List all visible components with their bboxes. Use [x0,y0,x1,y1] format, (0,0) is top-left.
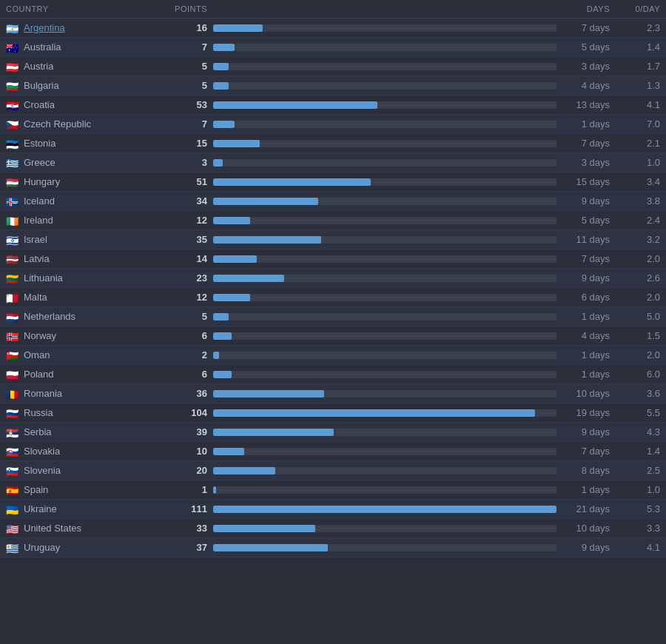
points-cell: 14 [169,253,213,264]
days-cell: 19 days [556,407,616,418]
bar-cell [213,446,556,457]
country-name: Australia [24,41,61,53]
table-row: 🇭🇷 Croatia 53 13 days 4.1 [0,95,666,115]
bar-cell [213,235,556,245]
country-name: Greece [24,157,56,168]
perday-cell: 1.0 [616,157,660,168]
table-row: 🇷🇸 Serbia 39 9 days 4.3 [0,423,666,442]
country-name: Oman [24,349,50,360]
flag-icon: 🇷🇴 [6,389,19,398]
country-cell: 🇮🇸 Iceland [6,195,169,207]
points-cell: 6 [169,369,213,380]
bar-fill [213,390,324,398]
header-country: COUNTRY [6,4,169,13]
flag-icon: 🇭🇷 [6,101,19,110]
table-row: 🇮🇸 Iceland 34 9 days 3.8 [0,192,666,211]
points-cell: 39 [169,426,213,437]
perday-cell: 5.5 [616,407,660,418]
flag-icon: 🇱🇻 [6,255,19,264]
perday-cell: 2.0 [616,253,660,264]
flag-icon: 🇦🇷 [6,24,19,33]
days-cell: 1 days [556,311,616,322]
days-cell: 21 days [556,503,616,514]
points-cell: 36 [169,388,213,399]
bar-background [213,82,556,90]
table-row: 🇮🇪 Ireland 12 5 days 2.4 [0,211,666,230]
country-cell: 🇺🇦 Ukraine [6,503,169,514]
country-name: Croatia [24,99,55,110]
perday-cell: 2.4 [616,215,660,226]
points-cell: 111 [169,503,213,514]
country-name: Israel [24,234,47,245]
perday-cell: 2.6 [616,272,660,284]
points-cell: 6 [169,330,213,341]
points-cell: 12 [169,215,213,226]
country-cell: 🇭🇺 Hungary [6,176,169,187]
table-row: 🇳🇱 Netherlands 5 1 days 5.0 [0,307,666,326]
table-row: 🇪🇸 Spain 1 1 days 1.0 [0,480,666,500]
table-row: 🇬🇷 Greece 3 3 days 1.0 [0,153,666,172]
bar-background [213,294,556,301]
bar-fill [213,24,263,32]
bar-background [213,198,556,205]
header-perday: 0/DAY [616,4,660,13]
points-cell: 3 [169,157,213,168]
points-cell: 1 [169,484,213,495]
flag-icon: 🇳🇱 [6,312,19,321]
country-name: Bulgaria [24,80,59,91]
country-table: COUNTRY POINTS DAYS 0/DAY 🇦🇷 Argentina 1… [0,0,666,557]
days-cell: 7 days [556,22,616,33]
bar-fill [213,198,318,205]
perday-cell: 3.6 [616,388,660,399]
points-cell: 37 [169,542,213,553]
bar-fill [213,294,250,301]
days-cell: 10 days [556,523,616,534]
points-cell: 2 [169,349,213,360]
country-name: Malta [24,292,47,303]
perday-cell: 1.0 [616,484,660,495]
flag-icon: 🇺🇸 [6,524,19,533]
flag-icon: 🇲🇹 [6,293,19,302]
perday-cell: 2.5 [616,465,660,476]
bar-cell [213,292,556,303]
country-name: Ireland [24,215,53,226]
table-row: 🇪🇪 Estonia 15 7 days 2.1 [0,134,666,153]
table-row: 🇦🇷 Argentina 16 7 days 2.3 [0,19,666,38]
days-cell: 3 days [556,61,616,72]
country-name: Slovakia [24,446,60,457]
bar-fill [213,486,216,494]
bar-fill [213,140,260,147]
flag-icon: 🇮🇪 [6,216,19,225]
perday-cell: 3.8 [616,195,660,207]
table-row: 🇳🇴 Norway 6 4 days 1.5 [0,326,666,346]
table-row: 🇺🇾 Uruguay 37 9 days 4.1 [0,538,666,557]
bar-background [213,525,556,532]
bar-fill [213,467,275,474]
days-cell: 3 days [556,157,616,168]
country-cell: 🇺🇾 Uruguay [6,542,169,553]
bar-background [213,217,556,224]
flag-icon: 🇪🇸 [6,486,19,494]
bar-background [213,24,556,32]
bar-cell [213,158,556,168]
bar-background [213,121,556,128]
flag-icon: 🇺🇦 [6,505,19,514]
points-cell: 34 [169,195,213,207]
perday-cell: 1.7 [616,61,660,72]
bar-cell [213,523,556,534]
bar-background [213,140,556,147]
perday-cell: 4.1 [616,99,660,110]
bar-cell [213,408,556,418]
flag-icon: 🇺🇾 [6,543,19,552]
perday-cell: 3.3 [616,523,660,534]
table-row: 🇦🇺 Australia 7 5 days 1.4 [0,38,666,57]
country-cell: 🇱🇹 Lithuania [6,272,169,284]
country-name: Iceland [24,195,55,207]
days-cell: 5 days [556,215,616,226]
country-name[interactable]: Argentina [24,22,65,33]
country-cell: 🇸🇰 Slovakia [6,446,169,457]
bar-background [213,159,556,167]
flag-icon: 🇳🇴 [6,332,19,341]
bar-cell [213,23,556,33]
country-cell: 🇱🇻 Latvia [6,253,169,264]
